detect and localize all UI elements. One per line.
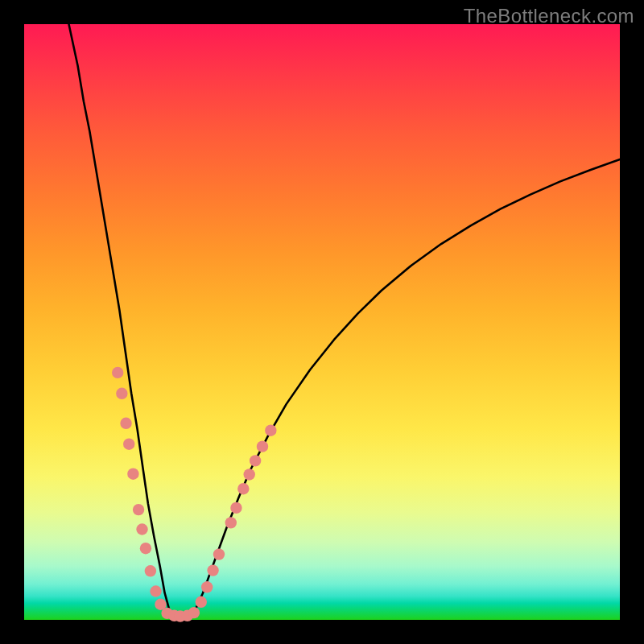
dots-group [112,367,277,622]
chart-container: TheBottleneck.com [0,0,644,644]
data-dot [120,418,131,429]
data-dot [127,469,138,480]
data-dot [112,367,123,378]
data-dot [207,564,218,576]
plot-area [24,24,620,620]
data-dot [116,388,127,399]
watermark-text: TheBottleneck.com [464,5,634,27]
data-dot [230,502,242,514]
data-dot [213,548,225,559]
data-dot [201,581,213,592]
data-dot [136,523,147,535]
data-dot [145,565,156,576]
curve-left-branch [69,24,171,613]
curve-right-branch [194,159,620,613]
data-dot [225,517,237,528]
data-dot [265,424,276,436]
curve-svg [24,24,620,620]
data-dot [257,440,268,452]
data-dot [237,483,249,494]
data-dot [250,455,261,466]
data-dot [188,607,200,618]
data-dot [244,469,255,480]
data-dot [196,597,207,608]
data-dot [150,585,161,597]
data-dot [140,543,151,554]
data-dot [133,504,144,515]
data-dot [123,439,134,450]
